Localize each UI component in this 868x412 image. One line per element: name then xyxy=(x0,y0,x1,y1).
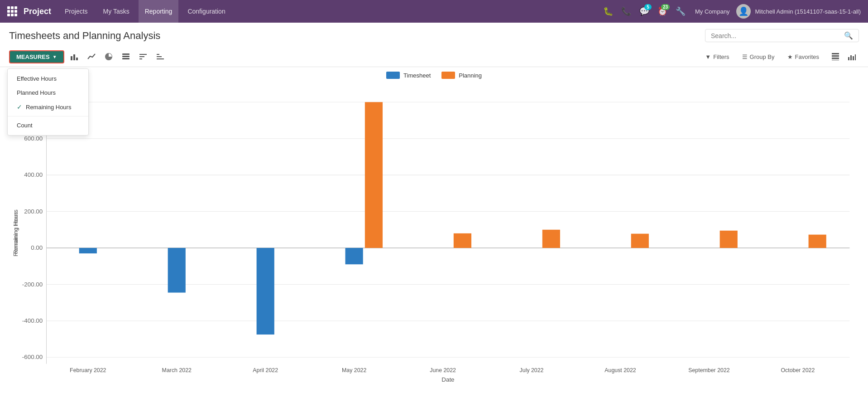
svg-text:-400.00: -400.00 xyxy=(22,317,43,324)
nav-my-tasks[interactable]: My Tasks xyxy=(97,0,136,23)
search-icon: 🔍 xyxy=(844,31,853,40)
favorites-btn[interactable]: ★ Favorites xyxy=(784,52,823,62)
measures-dropdown: Effective Hours Planned Hours ✓ Remainin… xyxy=(7,68,89,136)
dropdown-item-planned-hours[interactable]: Planned Hours xyxy=(8,86,88,100)
bar-chart-view-btn[interactable] xyxy=(67,49,82,64)
group-by-label: Group By xyxy=(750,53,775,60)
legend-timesheet: Timesheet xyxy=(386,72,431,79)
nav-reporting[interactable]: Reporting xyxy=(139,0,179,23)
search-bar[interactable]: 🔍 xyxy=(705,29,859,42)
svg-rect-15 xyxy=(832,60,839,60)
bar-mar-timesheet[interactable] xyxy=(168,248,186,293)
group-by-icon: ☰ xyxy=(742,53,748,60)
measures-button[interactable]: MEASURES ▼ xyxy=(9,50,64,63)
activity-badge: 23 xyxy=(661,4,670,10)
bar-may-planning[interactable] xyxy=(365,102,383,248)
effective-hours-label: Effective Hours xyxy=(17,75,57,82)
bar-jun-planning[interactable] xyxy=(454,233,471,248)
page-header: Timesheets and Planning Analysis 🔍 xyxy=(0,23,868,47)
user-avatar[interactable]: 👤 xyxy=(736,4,751,19)
svg-rect-7 xyxy=(139,56,144,57)
x-label-feb: February 2022 xyxy=(70,367,106,373)
filters-label: Filters xyxy=(713,53,729,60)
svg-rect-13 xyxy=(832,55,839,57)
company-name[interactable]: My Company xyxy=(695,8,730,15)
svg-rect-8 xyxy=(139,58,142,59)
nav-configuration[interactable]: Configuration xyxy=(181,0,231,23)
x-label-jun: June 2022 xyxy=(430,367,456,373)
svg-rect-6 xyxy=(139,54,147,55)
sort-desc-btn[interactable] xyxy=(136,49,150,64)
activity-icon-btn[interactable]: ⏰ 23 xyxy=(654,3,671,19)
x-axis-label: Date xyxy=(441,376,454,383)
app-logo[interactable]: Project xyxy=(7,6,51,16)
svg-rect-19 xyxy=(855,54,856,60)
search-input[interactable] xyxy=(711,32,840,39)
svg-rect-16 xyxy=(848,57,849,60)
user-name[interactable]: Mitchell Admin (15141107-saas-15-1-all) xyxy=(755,8,861,15)
stack-view-btn[interactable] xyxy=(119,49,133,64)
nav-projects[interactable]: Projects xyxy=(58,0,94,23)
star-icon: ★ xyxy=(787,53,793,60)
bar-jul-planning[interactable] xyxy=(542,230,560,248)
favorites-label: Favorites xyxy=(795,53,819,60)
bar-oct-planning[interactable] xyxy=(809,235,826,248)
svg-rect-1 xyxy=(73,54,75,60)
grid-icon xyxy=(7,6,17,16)
check-icon: ✓ xyxy=(17,103,22,111)
bar-aug-planning[interactable] xyxy=(631,234,649,248)
x-label-apr: April 2022 xyxy=(253,367,278,373)
chart-area: Timesheet Planning Remaining Hours 800.0… xyxy=(0,67,868,402)
planning-label: Planning xyxy=(459,72,482,79)
sort-asc-btn[interactable] xyxy=(153,49,168,64)
chart-legend: Timesheet Planning xyxy=(9,72,859,79)
bar-sep-planning[interactable] xyxy=(720,231,738,248)
svg-rect-17 xyxy=(850,55,852,60)
page-title: Timesheets and Planning Analysis xyxy=(9,30,160,42)
dropdown-item-effective-hours[interactable]: Effective Hours xyxy=(8,72,88,86)
toolbar: MEASURES ▼ Effective Hours Planned Hours… xyxy=(0,47,868,67)
group-by-btn[interactable]: ☰ Group By xyxy=(739,52,778,62)
svg-rect-18 xyxy=(853,56,854,60)
table-view-btn[interactable] xyxy=(828,49,843,64)
svg-text:600.00: 600.00 xyxy=(24,135,43,142)
settings-icon-btn[interactable]: 🔧 xyxy=(672,3,689,19)
measures-label: MEASURES xyxy=(16,53,50,60)
chat-badge: 5 xyxy=(644,4,652,10)
pie-chart-view-btn[interactable] xyxy=(101,49,116,64)
svg-text:200.00: 200.00 xyxy=(24,208,43,215)
svg-text:-200.00: -200.00 xyxy=(22,281,43,288)
dropdown-divider xyxy=(8,116,88,116)
svg-rect-2 xyxy=(76,58,78,60)
dropdown-item-count[interactable]: Count xyxy=(8,118,88,132)
planned-hours-label: Planned Hours xyxy=(17,89,56,96)
planning-color-box xyxy=(441,72,455,79)
svg-text:0.00: 0.00 xyxy=(31,244,43,251)
count-label: Count xyxy=(17,122,33,129)
line-chart-view-btn[interactable] xyxy=(84,49,99,64)
svg-text:400.00: 400.00 xyxy=(24,171,43,178)
svg-rect-0 xyxy=(71,56,72,60)
x-label-may: May 2022 xyxy=(342,367,366,373)
top-navigation: Project Projects My Tasks Reporting Conf… xyxy=(0,0,868,23)
phone-icon-btn[interactable]: 📞 xyxy=(618,3,634,19)
filters-btn[interactable]: ▼ Filters xyxy=(701,52,733,62)
bar-feb-timesheet[interactable] xyxy=(79,248,97,253)
svg-rect-5 xyxy=(122,58,129,59)
filter-icon: ▼ xyxy=(705,53,711,60)
svg-rect-11 xyxy=(157,58,164,59)
bar-may-timesheet[interactable] xyxy=(345,248,363,264)
svg-text:-600.00: -600.00 xyxy=(22,354,43,360)
x-label-aug: August 2022 xyxy=(604,367,636,373)
svg-rect-4 xyxy=(122,56,129,57)
toolbar-right: ▼ Filters ☰ Group By ★ Favorites xyxy=(701,49,859,64)
dropdown-item-remaining-hours[interactable]: ✓ Remaining Hours xyxy=(8,100,88,114)
bug-icon-btn[interactable]: 🐛 xyxy=(600,3,616,19)
chat-icon-btn[interactable]: 💬 5 xyxy=(636,3,652,19)
svg-rect-9 xyxy=(157,54,159,55)
x-label-sep: September 2022 xyxy=(688,367,730,373)
x-label-mar: March 2022 xyxy=(162,367,192,373)
chart-view-btn[interactable] xyxy=(844,49,859,64)
bar-apr-timesheet[interactable] xyxy=(257,248,274,334)
view-toggle xyxy=(828,49,859,64)
